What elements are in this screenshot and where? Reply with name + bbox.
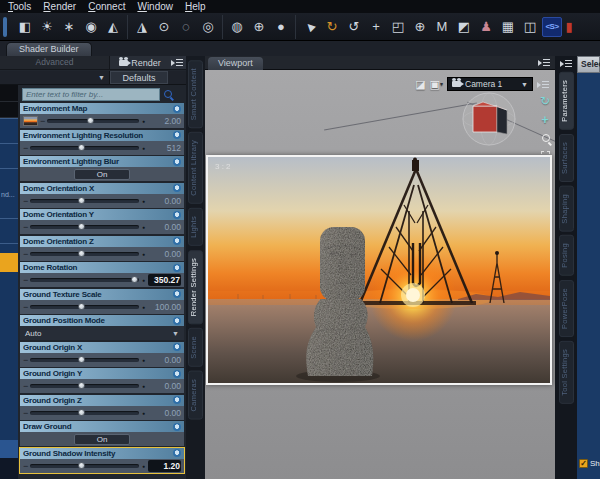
tab-parameters[interactable]: Parameters: [559, 72, 574, 130]
spreadsheet-tool-icon[interactable]: ▦: [498, 17, 518, 37]
slider-decrement[interactable]: −: [23, 275, 28, 285]
slider-decrement[interactable]: −: [23, 222, 28, 232]
slider-decrement[interactable]: −: [23, 461, 28, 471]
filter-input[interactable]: [22, 88, 160, 101]
slider-increment[interactable]: ●: [142, 383, 145, 389]
menu-render[interactable]: Render: [39, 1, 84, 13]
slider-increment[interactable]: ●: [142, 410, 145, 416]
slider-increment[interactable]: ●: [142, 145, 145, 151]
create-spotlight-icon[interactable]: ◭: [103, 17, 123, 37]
gear-icon[interactable]: [173, 317, 181, 325]
strip-row[interactable]: nd...: [0, 168, 18, 193]
slider-handle[interactable]: [78, 223, 85, 230]
tab-render-settings[interactable]: Render Settings: [188, 250, 203, 324]
defaults-button[interactable]: Defaults: [110, 71, 168, 84]
param-value[interactable]: 0.00: [148, 355, 181, 365]
slider-track[interactable]: [47, 119, 139, 123]
slider-track[interactable]: [30, 146, 139, 150]
slider-track[interactable]: [30, 411, 139, 415]
param-value[interactable]: 512: [148, 143, 181, 153]
slider-increment[interactable]: ●: [142, 277, 145, 283]
figure-setup-tool-icon[interactable]: ♟: [476, 17, 496, 37]
select-button[interactable]: Selec: [577, 56, 600, 73]
param-value[interactable]: 0.00: [148, 196, 181, 206]
param-value[interactable]: 0.00: [148, 222, 181, 232]
slider-decrement[interactable]: −: [23, 143, 28, 153]
viewport-canvas[interactable]: ◪ ▣▾ Camera 1 ▼ ↻ + ↑: [205, 70, 555, 479]
slider-handle[interactable]: [78, 356, 85, 363]
menu-tools[interactable]: Tools: [4, 1, 39, 13]
param-value[interactable]: 1.20: [148, 460, 181, 472]
slider-decrement[interactable]: −: [23, 249, 28, 259]
scale-tool-icon[interactable]: ◰: [388, 17, 408, 37]
slider-track[interactable]: [30, 278, 139, 282]
slider-handle[interactable]: [131, 276, 138, 283]
search-icon[interactable]: [163, 89, 174, 100]
tab-shaping[interactable]: Shaping: [559, 186, 574, 232]
slider-handle[interactable]: [78, 382, 85, 389]
gear-icon[interactable]: [173, 370, 181, 378]
slider-decrement[interactable]: −: [23, 408, 28, 418]
slider-increment[interactable]: ●: [142, 251, 145, 257]
create-node-instance-icon[interactable]: ⊕: [249, 17, 269, 37]
aspect-frame-icon[interactable]: ◪: [415, 78, 425, 90]
node-selection-tool-icon[interactable]: ►: [296, 12, 324, 40]
create-center-point-icon[interactable]: ◎: [198, 17, 218, 37]
mesh-grabber-tool-icon[interactable]: M: [432, 17, 452, 37]
rotate-tool-icon[interactable]: ↻: [322, 17, 342, 37]
gear-icon[interactable]: [173, 264, 181, 272]
gear-icon[interactable]: [173, 290, 181, 298]
param-value[interactable]: 0.00: [148, 249, 181, 259]
param-value[interactable]: 0.00: [148, 408, 181, 418]
draw-style-icon[interactable]: ▣▾: [430, 78, 443, 90]
strip-row[interactable]: [0, 218, 18, 243]
selected-item-highlight[interactable]: [0, 253, 18, 272]
render-button[interactable]: Render: [110, 56, 170, 69]
gear-icon[interactable]: [173, 105, 181, 113]
slider-handle[interactable]: [78, 197, 85, 204]
tab-scene[interactable]: Scene: [188, 328, 203, 367]
pane-options-icon[interactable]: [537, 80, 550, 89]
gear-icon[interactable]: [173, 449, 181, 457]
joint-editor-tool-icon[interactable]: ◫: [520, 17, 540, 37]
slider-increment[interactable]: ●: [142, 357, 145, 363]
twist-tool-icon[interactable]: ↺: [344, 17, 364, 37]
texture-thumbnail[interactable]: [23, 116, 38, 126]
create-node-icon[interactable]: ⊙: [154, 17, 174, 37]
slider-decrement[interactable]: −: [23, 196, 28, 206]
gear-icon[interactable]: [173, 158, 181, 166]
slider-increment[interactable]: ●: [142, 304, 145, 310]
tab-advanced[interactable]: Advanced: [0, 56, 110, 69]
tab-posing[interactable]: Posing: [559, 235, 574, 276]
gear-icon[interactable]: [173, 343, 181, 351]
slider-increment[interactable]: ●: [142, 224, 145, 230]
create-ambient-light-icon[interactable]: ◉: [81, 17, 101, 37]
surface-selection-tool-icon[interactable]: ◩: [454, 17, 474, 37]
gear-icon[interactable]: [173, 237, 181, 245]
gear-icon[interactable]: [173, 131, 181, 139]
slider-increment[interactable]: ●: [142, 118, 145, 124]
pane-options-icon[interactable]: [560, 59, 573, 68]
tab-tool-settings[interactable]: Tool Settings: [559, 341, 574, 404]
slider-handle[interactable]: [78, 462, 85, 469]
create-cone-light-icon[interactable]: ◮: [132, 17, 152, 37]
slider-handle[interactable]: [78, 144, 85, 151]
tab-powerpose[interactable]: PowerPose: [559, 280, 574, 337]
slider-handle[interactable]: [78, 303, 85, 310]
create-primitive-sphere-icon[interactable]: ●: [271, 17, 291, 37]
camera-selector-dropdown[interactable]: Camera 1 ▼: [447, 77, 533, 91]
slider-handle[interactable]: [78, 250, 85, 257]
create-group-node-icon[interactable]: ◍: [227, 17, 247, 37]
tab-surfaces[interactable]: Surfaces: [559, 134, 574, 182]
toolbar-grip-handle[interactable]: [3, 17, 7, 37]
slider-track[interactable]: [30, 225, 139, 229]
menu-window[interactable]: Window: [133, 1, 181, 13]
slider-handle[interactable]: [78, 409, 85, 416]
toggle-button[interactable]: On: [74, 434, 130, 445]
gear-icon[interactable]: [173, 396, 181, 404]
slider-decrement[interactable]: −: [23, 381, 28, 391]
strip-row[interactable]: [0, 440, 18, 458]
menu-connect[interactable]: Connect: [84, 1, 133, 13]
strip-row[interactable]: [0, 118, 18, 143]
view-cube-gizmo[interactable]: [461, 90, 517, 148]
